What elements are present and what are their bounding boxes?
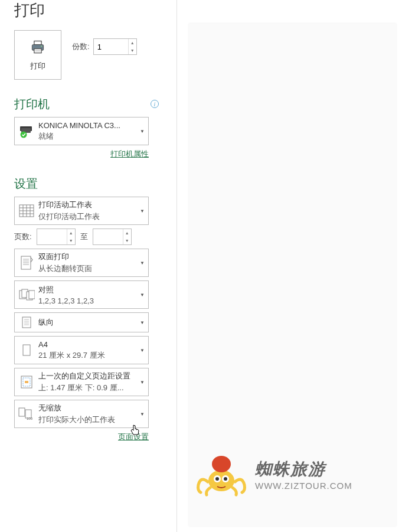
collate-sub: 1,2,3 1,2,3 1,2,3 — [38, 296, 136, 305]
chevron-down-icon: ▼ — [136, 337, 148, 364]
watermark-url: WWW.ZIZTOUR.COM — [255, 481, 352, 491]
page-setup-link[interactable]: 页面设置 — [118, 432, 149, 441]
copies-spinner[interactable]: ▲ ▼ — [93, 38, 137, 55]
watermark-chinese: 蜘蛛旅游 — [255, 458, 352, 481]
paper-size-selector[interactable]: A4 21 厘米 x 29.7 厘米 ▼ — [14, 336, 149, 364]
print-range-sub: 仅打印活动工作表 — [38, 211, 136, 222]
svg-point-37 — [212, 456, 231, 472]
print-button-label: 打印 — [30, 61, 45, 71]
margins-selector[interactable]: 上一次的自定义页边距设置 上: 1.47 厘米 下: 0.9 厘... ▼ — [14, 368, 149, 396]
copies-input[interactable] — [94, 39, 128, 54]
printer-section-title: 打印机 i — [14, 96, 177, 112]
svg-rect-29 — [23, 345, 30, 355]
paper-size-icon — [15, 337, 38, 364]
page-title: 打印 — [14, 0, 177, 21]
chevron-down-icon: ▼ — [136, 197, 148, 224]
pages-from-label: 页数: — [14, 231, 32, 242]
chevron-down-icon: ▼ — [136, 281, 148, 308]
svg-point-7 — [21, 132, 27, 138]
printer-status-icon — [15, 118, 38, 145]
svg-rect-24 — [22, 317, 31, 328]
printer-status: 就绪 — [38, 131, 136, 142]
print-range-title: 打印活动工作表 — [38, 200, 136, 210]
svg-text:100: 100 — [27, 417, 33, 420]
print-button[interactable]: 打印 — [14, 30, 61, 80]
pages-from-input[interactable] — [37, 229, 67, 244]
printer-name: KONICA MINOLTA C3... — [38, 121, 136, 130]
duplex-title: 双面打印 — [38, 252, 136, 262]
pages-from-up[interactable]: ▲ — [67, 229, 75, 237]
chevron-down-icon: ▼ — [136, 118, 148, 145]
svg-rect-0 — [34, 41, 41, 44]
duplex-icon — [15, 249, 38, 276]
svg-rect-33 — [19, 408, 25, 416]
orientation-selector[interactable]: 纵向 ▼ — [14, 312, 149, 332]
collate-title: 对照 — [38, 285, 136, 295]
printer-selector[interactable]: KONICA MINOLTA C3... 就绪 ▼ — [14, 117, 149, 145]
worksheet-icon — [15, 197, 38, 224]
settings-section-title: 设置 — [14, 176, 177, 192]
duplex-selector[interactable]: 双面打印 从长边翻转页面 ▼ — [14, 249, 149, 277]
preview-panel: 蜘蛛旅游 WWW.ZIZTOUR.COM — [189, 24, 396, 526]
svg-point-3 — [41, 45, 42, 47]
orientation-icon — [15, 313, 38, 332]
pages-to-label: 至 — [80, 231, 88, 242]
margins-icon — [15, 368, 38, 396]
spider-logo-icon — [195, 452, 248, 497]
chevron-down-icon: ▼ — [136, 368, 148, 396]
pages-to-spinner[interactable]: ▲ ▼ — [93, 229, 132, 245]
collate-icon — [15, 281, 38, 308]
print-range-selector[interactable]: 打印活动工作表 仅打印活动工作表 ▼ — [14, 197, 149, 225]
collate-selector[interactable]: 对照 1,2,3 1,2,3 1,2,3 ▼ — [14, 280, 149, 309]
chevron-down-icon: ▼ — [136, 249, 148, 276]
scaling-title: 无缩放 — [38, 403, 136, 413]
info-icon[interactable]: i — [151, 100, 159, 108]
copies-label: 份数: — [72, 41, 90, 52]
duplex-sub: 从长边翻转页面 — [38, 263, 136, 274]
pages-from-down[interactable]: ▼ — [67, 237, 75, 244]
copies-up[interactable]: ▲ — [129, 39, 136, 47]
pages-to-down[interactable]: ▼ — [123, 237, 131, 244]
scaling-sub: 打印实际大小的工作表 — [38, 414, 136, 425]
paper-size-sub: 21 厘米 x 29.7 厘米 — [38, 350, 136, 361]
orientation-title: 纵向 — [38, 317, 136, 328]
chevron-down-icon: ▼ — [136, 313, 148, 332]
watermark: 蜘蛛旅游 WWW.ZIZTOUR.COM — [195, 452, 352, 497]
printer-properties-link[interactable]: 打印机属性 — [110, 149, 149, 158]
svg-rect-23 — [29, 291, 35, 299]
svg-point-40 — [215, 477, 219, 481]
scaling-selector[interactable]: 100 无缩放 打印实际大小的工作表 ▼ — [14, 400, 149, 428]
margins-title: 上一次的自定义页边距设置 — [38, 371, 136, 381]
printer-icon — [30, 39, 46, 57]
margins-sub: 上: 1.47 厘米 下: 0.9 厘... — [38, 383, 136, 393]
pages-to-input[interactable] — [93, 229, 123, 244]
copies-down[interactable]: ▼ — [129, 47, 136, 54]
paper-size-title: A4 — [38, 340, 136, 349]
pages-from-spinner[interactable]: ▲ ▼ — [37, 229, 76, 245]
scaling-icon: 100 — [15, 400, 38, 427]
chevron-down-icon: ▼ — [136, 400, 148, 427]
pages-to-up[interactable]: ▲ — [123, 229, 131, 237]
svg-point-41 — [224, 477, 227, 481]
svg-rect-32 — [25, 381, 28, 383]
